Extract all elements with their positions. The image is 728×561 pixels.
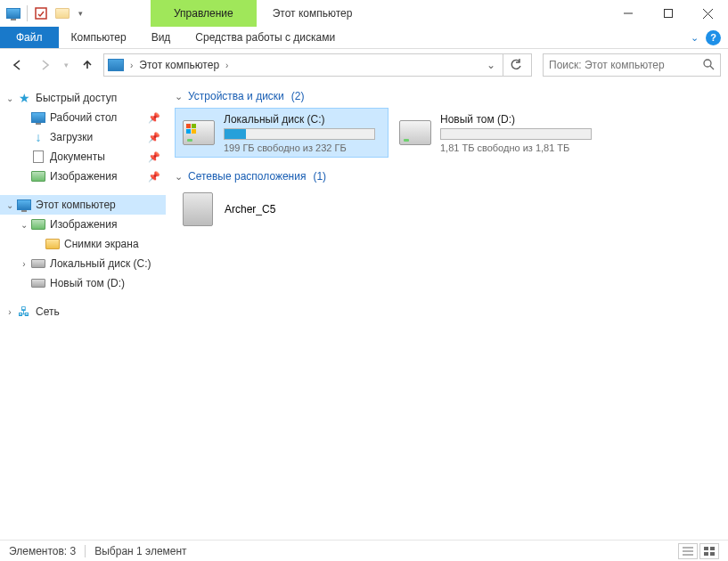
search-box[interactable] (543, 53, 721, 77)
tab-view[interactable]: Вид (139, 27, 184, 48)
qat-new-folder-icon[interactable] (53, 4, 72, 23)
tree-label: Документы (50, 150, 144, 163)
forward-button[interactable] (34, 54, 55, 76)
tab-drive-tools[interactable]: Средства работы с дисками (183, 27, 348, 48)
ribbon-tabs: Файл Компьютер Вид Средства работы с дис… (0, 27, 728, 49)
svg-rect-10 (704, 547, 708, 550)
svg-rect-0 (36, 8, 46, 19)
svg-rect-13 (710, 552, 715, 556)
status-elements-count: Элементов: 3 (9, 545, 76, 557)
pictures-icon (30, 219, 46, 230)
minimize-button[interactable] (608, 0, 648, 27)
search-input[interactable] (549, 59, 702, 71)
tree-downloads[interactable]: ↓ Загрузки 📌 (0, 127, 166, 147)
qat-properties-icon[interactable] (31, 4, 51, 23)
view-details-button[interactable] (678, 543, 698, 559)
chevron-down-icon[interactable]: ⌄ (175, 171, 183, 183)
tree-label: Сеть (36, 305, 160, 318)
tree-label: Локальный диск (C:) (50, 257, 160, 270)
drive-icon (181, 115, 217, 150)
navigation-bar: ▾ › Этот компьютер › ⌄ (0, 49, 728, 81)
tree-local-disk-c[interactable]: › Локальный диск (C:) (0, 254, 166, 273)
network-location-name: Archer_C5 (225, 203, 275, 215)
drive-freespace: 199 ГБ свободно из 232 ГБ (224, 142, 382, 153)
chevron-right-icon[interactable]: › (4, 307, 16, 317)
documents-icon (30, 150, 46, 163)
svg-point-5 (704, 60, 711, 67)
drive-usage-bar (224, 128, 375, 140)
drive-name: Новый том (D:) (440, 113, 601, 126)
tree-pictures-folder[interactable]: ⌄ Изображения (0, 215, 166, 234)
status-bar: Элементов: 3 Выбран 1 элемент (0, 540, 728, 561)
refresh-button[interactable] (503, 53, 528, 77)
navigation-pane: ⌄ ★ Быстрый доступ Рабочий стол 📌 ↓ Загр… (0, 81, 166, 540)
pin-icon: 📌 (148, 132, 160, 143)
search-icon[interactable] (702, 58, 715, 73)
recent-dropdown-icon[interactable]: ▾ (61, 54, 71, 76)
tree-label: Снимки экрана (64, 238, 160, 250)
title-bar: ▾ Управление Этот компьютер (0, 0, 728, 27)
group-devices[interactable]: ⌄ Устройства и диски (2) (175, 85, 719, 108)
address-this-pc-icon (108, 59, 124, 71)
chevron-down-icon[interactable]: ⌄ (175, 91, 183, 102)
folder-icon (45, 239, 61, 249)
pictures-icon (30, 171, 46, 182)
chevron-down-icon[interactable]: ⌄ (4, 94, 16, 103)
tree-new-volume-d[interactable]: Новый том (D:) (0, 273, 166, 293)
tree-quick-access[interactable]: ⌄ ★ Быстрый доступ (0, 88, 166, 108)
network-location-archer[interactable]: Archer_C5 (175, 188, 719, 231)
up-button[interactable] (77, 54, 98, 76)
tab-file[interactable]: Файл (0, 27, 59, 48)
tree-documents[interactable]: Документы 📌 (0, 147, 166, 167)
pin-icon: 📌 (148, 112, 160, 124)
back-button[interactable] (7, 54, 29, 76)
drive-d[interactable]: Новый том (D:) 1,81 ТБ свободно из 1,81 … (392, 108, 606, 158)
chevron-down-icon[interactable]: ⌄ (4, 200, 16, 210)
qat-this-pc-icon[interactable] (4, 4, 23, 23)
breadcrumb-item[interactable]: Этот компьютер (139, 59, 219, 71)
content-pane: ⌄ Устройства и диски (2) Локальный диск … (166, 81, 728, 540)
tab-computer[interactable]: Компьютер (59, 27, 139, 48)
drive-usage-bar (440, 128, 592, 140)
address-history-dropdown-icon[interactable]: ⌄ (481, 54, 501, 76)
tree-label: Рабочий стол (50, 111, 144, 124)
tree-screenshots[interactable]: Снимки экрана (0, 234, 166, 254)
tree-label: Изображения (50, 218, 160, 231)
chevron-down-icon[interactable]: ⌄ (18, 220, 30, 230)
tree-this-pc[interactable]: ⌄ Этот компьютер (0, 195, 166, 215)
group-count: (1) (313, 170, 326, 183)
tree-label: Изображения (50, 170, 144, 183)
chevron-right-icon[interactable]: › (223, 61, 231, 70)
star-icon: ★ (16, 91, 32, 105)
tree-pictures[interactable]: Изображения 📌 (0, 167, 166, 186)
drive-c[interactable]: Локальный диск (C:) 199 ГБ свободно из 2… (175, 108, 389, 158)
ribbon-expand-icon[interactable]: ⌄ (691, 32, 699, 44)
chevron-right-icon[interactable]: › (127, 61, 135, 70)
tree-desktop[interactable]: Рабочий стол 📌 (0, 108, 166, 127)
svg-rect-12 (704, 552, 708, 556)
pin-icon: 📌 (148, 171, 160, 183)
group-network[interactable]: ⌄ Сетевые расположения (1) (175, 165, 719, 188)
tree-label: Быстрый доступ (36, 92, 160, 104)
quick-access-toolbar: ▾ (0, 0, 90, 27)
maximize-button[interactable] (648, 0, 688, 27)
qat-dropdown-icon[interactable]: ▾ (74, 4, 86, 23)
drive-icon (397, 115, 433, 150)
close-button[interactable] (688, 0, 728, 27)
window-title: Этот компьютер (257, 0, 608, 27)
group-title: Сетевые расположения (188, 170, 306, 183)
address-bar[interactable]: › Этот компьютер › ⌄ (103, 53, 532, 77)
downloads-icon: ↓ (30, 130, 46, 144)
tree-label: Новый том (D:) (50, 277, 160, 289)
group-title: Устройства и диски (188, 90, 284, 102)
drive-name: Локальный диск (C:) (224, 113, 382, 126)
desktop-icon (30, 112, 46, 123)
group-count: (2) (291, 90, 305, 102)
router-icon (180, 191, 216, 227)
ribbon-context-tab[interactable]: Управление (151, 0, 257, 27)
help-button[interactable]: ? (706, 30, 721, 45)
chevron-right-icon[interactable]: › (18, 259, 30, 269)
view-large-icons-button[interactable] (699, 543, 719, 559)
svg-rect-11 (710, 547, 715, 550)
tree-network[interactable]: › 🖧 Сеть (0, 302, 166, 321)
